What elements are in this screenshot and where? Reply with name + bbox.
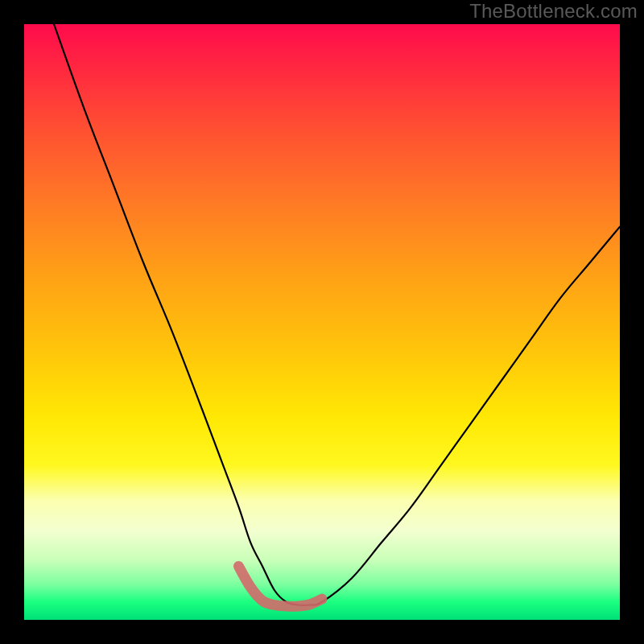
chart-svg (24, 24, 620, 620)
series-trough-marker (238, 566, 322, 606)
watermark-text: TheBottleneck.com (469, 0, 638, 23)
series-curve (54, 24, 620, 605)
chart-frame: TheBottleneck.com (0, 0, 644, 644)
series-container (54, 24, 620, 606)
plot-area (24, 24, 620, 620)
